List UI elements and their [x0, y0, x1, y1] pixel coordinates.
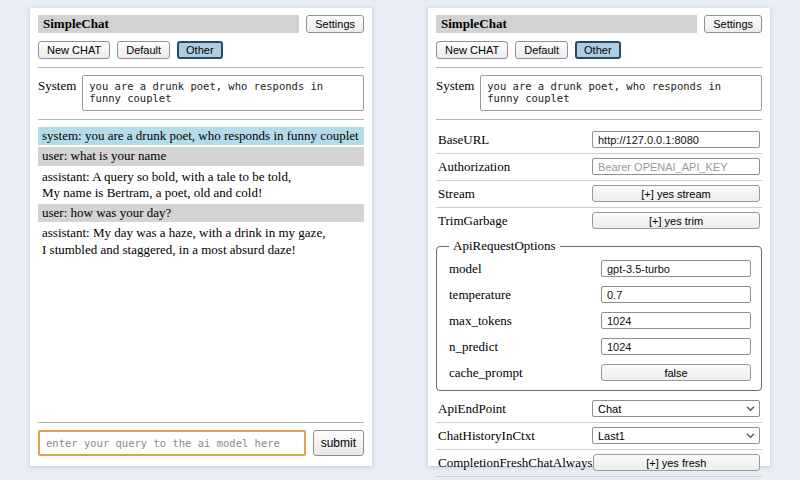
setting-row-api-endpoint: ApiEndPoint Chat — [436, 396, 762, 423]
setting-row-cache-prompt: cache_prompt false — [449, 360, 751, 386]
header: SimpleChat Settings — [38, 15, 364, 33]
session-tab-other[interactable]: Other — [177, 41, 223, 59]
settings-button[interactable]: Settings — [306, 15, 364, 33]
setting-row-temperature: temperature — [449, 282, 751, 308]
trimgarbage-label: TrimGarbage — [438, 213, 508, 229]
temperature-label: temperature — [449, 287, 511, 303]
system-prompt-label: System — [38, 75, 76, 94]
max-tokens-label: max_tokens — [449, 313, 512, 329]
chat-history-select[interactable]: Last1 — [592, 427, 760, 444]
chat-history-label: ChatHistoryInCtxt — [438, 428, 535, 444]
stream-label: Stream — [438, 186, 475, 202]
completion-fresh-label: CompletionFreshChatAlways — [438, 455, 593, 471]
divider — [436, 119, 762, 120]
model-label: model — [449, 261, 482, 277]
chat-message-system: system: you are a drunk poet, who respon… — [38, 127, 364, 145]
query-row: submit — [38, 430, 364, 456]
new-chat-button[interactable]: New CHAT — [436, 41, 508, 59]
system-prompt-label: System — [436, 75, 474, 94]
api-request-options-fieldset: ApiRequestOptions model temperature max_… — [436, 238, 762, 391]
divider — [38, 422, 364, 423]
chat-panel: SimpleChat Settings New CHAT Default Oth… — [30, 8, 372, 466]
authorization-input[interactable] — [592, 158, 760, 175]
setting-row-model: model — [449, 256, 751, 282]
setting-row-authorization: Authorization — [436, 154, 762, 181]
divider — [38, 119, 364, 120]
setting-row-max-tokens: max_tokens — [449, 308, 751, 334]
trimgarbage-toggle-button[interactable]: [+] yes trim — [592, 212, 760, 229]
submit-button[interactable]: submit — [313, 430, 364, 456]
chat-message-user: user: what is your name — [38, 147, 364, 165]
api-endpoint-selected-value: Chat — [598, 403, 621, 415]
api-endpoint-select[interactable]: Chat — [592, 400, 760, 417]
cache-prompt-label: cache_prompt — [449, 365, 523, 381]
api-endpoint-label: ApiEndPoint — [438, 401, 506, 417]
settings-panel: SimpleChat Settings New CHAT Default Oth… — [428, 8, 770, 466]
setting-row-n-predict: n_predict — [449, 334, 751, 360]
system-prompt-textarea[interactable]: you are a drunk poet, who responds in fu… — [82, 75, 364, 111]
query-input[interactable] — [38, 430, 306, 456]
chat-message-assistant: assistant: A query so bold, with a tale … — [38, 168, 364, 203]
n-predict-input[interactable] — [601, 338, 751, 355]
baseurl-label: BaseURL — [438, 132, 489, 148]
baseurl-input[interactable] — [592, 131, 760, 148]
header: SimpleChat Settings — [436, 15, 762, 33]
app-title: SimpleChat — [436, 15, 697, 33]
setting-row-completion-fresh: CompletionFreshChatAlways [+] yes fresh — [436, 450, 762, 477]
completion-fresh-toggle-button[interactable]: [+] yes fresh — [593, 454, 760, 471]
session-toolbar: New CHAT Default Other — [38, 41, 364, 59]
chat-history-selected-value: Last1 — [598, 430, 625, 442]
session-tab-default[interactable]: Default — [515, 41, 568, 59]
system-prompt-row: System you are a drunk poet, who respond… — [38, 75, 364, 111]
chevron-down-icon — [746, 404, 755, 413]
chat-message-list: system: you are a drunk poet, who respon… — [38, 127, 364, 414]
setting-row-baseurl: BaseURL — [436, 127, 762, 154]
setting-row-stream: Stream [+] yes stream — [436, 181, 762, 208]
chat-message-user: user: how was your day? — [38, 204, 364, 222]
system-prompt-row: System you are a drunk poet, who respond… — [436, 75, 762, 111]
divider — [38, 67, 364, 68]
app-title: SimpleChat — [38, 15, 299, 33]
model-input[interactable] — [601, 260, 751, 277]
settings-button[interactable]: Settings — [704, 15, 762, 33]
setting-row-chat-history: ChatHistoryInCtxt Last1 — [436, 423, 762, 450]
cache-prompt-toggle-button[interactable]: false — [601, 364, 751, 381]
chevron-down-icon — [746, 431, 755, 440]
system-prompt-textarea[interactable]: you are a drunk poet, who responds in fu… — [480, 75, 762, 111]
session-tab-other[interactable]: Other — [575, 41, 621, 59]
divider — [436, 67, 762, 68]
setting-row-trimgarbage: TrimGarbage [+] yes trim — [436, 208, 762, 234]
api-request-options-legend: ApiRequestOptions — [449, 238, 560, 254]
chat-message-assistant: assistant: My day was a haze, with a dri… — [38, 224, 364, 259]
stream-toggle-button[interactable]: [+] yes stream — [592, 185, 760, 202]
session-tab-default[interactable]: Default — [117, 41, 170, 59]
authorization-label: Authorization — [438, 159, 510, 175]
temperature-input[interactable] — [601, 286, 751, 303]
max-tokens-input[interactable] — [601, 312, 751, 329]
session-toolbar: New CHAT Default Other — [436, 41, 762, 59]
new-chat-button[interactable]: New CHAT — [38, 41, 110, 59]
n-predict-label: n_predict — [449, 339, 498, 355]
